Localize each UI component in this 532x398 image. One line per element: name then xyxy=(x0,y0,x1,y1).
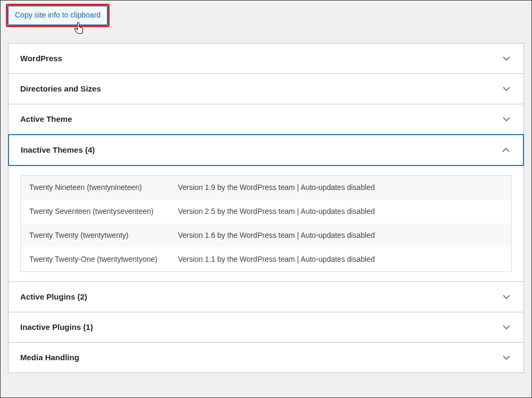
chevron-down-icon xyxy=(501,322,512,333)
chevron-down-icon xyxy=(501,352,512,363)
panel-header-directories[interactable]: Directories and Sizes xyxy=(9,74,523,104)
panel-header-inactive-plugins[interactable]: Inactive Plugins (1) xyxy=(9,312,523,342)
theme-desc: Version 2.5 by the WordPress team | Auto… xyxy=(170,200,512,223)
panel-header-active-theme[interactable]: Active Theme xyxy=(9,104,523,134)
panel-title: Media Handling xyxy=(20,353,79,362)
panel-inactive-plugins: Inactive Plugins (1) xyxy=(9,312,523,343)
theme-name: Twenty Twenty (twentytwenty) xyxy=(21,223,170,247)
panel-header-inactive-themes[interactable]: Inactive Themes (4) xyxy=(8,134,524,166)
panel-header-wordpress[interactable]: WordPress xyxy=(9,44,523,73)
panel-title: Inactive Themes (4) xyxy=(21,145,95,154)
panel-title: Active Plugins (2) xyxy=(20,292,87,301)
panel-active-plugins: Active Plugins (2) xyxy=(9,282,523,312)
copy-button-highlight: Copy site info to clipboard xyxy=(6,4,110,27)
panel-body-inactive-themes: Twenty Nineteen (twentynineteen) Version… xyxy=(9,165,523,281)
table-row: Twenty Nineteen (twentynineteen) Version… xyxy=(21,175,512,200)
panel-active-theme: Active Theme xyxy=(9,104,523,135)
panel-title: Directories and Sizes xyxy=(20,84,101,93)
table-row: Twenty Twenty-One (twentytwentyone) Vers… xyxy=(21,247,512,272)
top-bar: Copy site info to clipboard xyxy=(1,1,531,43)
panel-inactive-themes: Inactive Themes (4) Twenty Nineteen (twe… xyxy=(9,134,523,282)
theme-name: Twenty Seventeen (twentyseventeen) xyxy=(21,200,170,223)
table-row: Twenty Seventeen (twentyseventeen) Versi… xyxy=(21,200,512,223)
copy-site-info-button[interactable]: Copy site info to clipboard xyxy=(7,5,108,26)
chevron-down-icon xyxy=(501,292,512,302)
table-row: Twenty Twenty (twentytwenty) Version 1.6… xyxy=(21,223,512,247)
site-health-accordion: WordPress Directories and Sizes Active T… xyxy=(8,43,524,373)
chevron-down-icon xyxy=(501,84,512,94)
inactive-themes-table: Twenty Nineteen (twentynineteen) Version… xyxy=(20,175,512,272)
theme-desc: Version 1.6 by the WordPress team | Auto… xyxy=(170,223,512,247)
theme-name: Twenty Twenty-One (twentytwentyone) xyxy=(21,247,170,272)
chevron-down-icon xyxy=(501,53,512,64)
theme-desc: Version 1.9 by the WordPress team | Auto… xyxy=(170,175,512,200)
panel-media-handling: Media Handling xyxy=(9,343,523,372)
panel-title: Active Theme xyxy=(20,114,72,123)
panel-directories: Directories and Sizes xyxy=(9,74,523,104)
panel-title: Inactive Plugins (1) xyxy=(20,322,93,331)
theme-desc: Version 1.1 by the WordPress team | Auto… xyxy=(170,247,512,272)
chevron-up-icon xyxy=(501,145,511,155)
panel-header-media-handling[interactable]: Media Handling xyxy=(9,343,523,372)
theme-name: Twenty Nineteen (twentynineteen) xyxy=(21,175,170,200)
panel-header-active-plugins[interactable]: Active Plugins (2) xyxy=(9,282,523,312)
chevron-down-icon xyxy=(501,114,512,125)
panel-title: WordPress xyxy=(20,54,62,63)
panel-wordpress: WordPress xyxy=(9,44,523,74)
